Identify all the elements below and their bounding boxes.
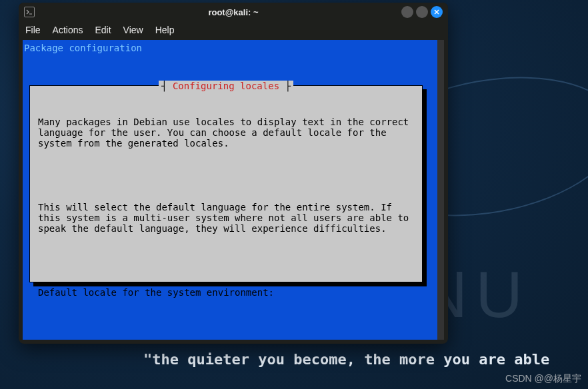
menu-view[interactable]: View xyxy=(123,25,143,35)
terminal-app-icon xyxy=(24,7,35,17)
csdn-watermark: CSDN @@杨星宇 xyxy=(505,373,581,385)
menubar: File Actions Edit View Help xyxy=(19,21,448,39)
dialog-title: Configuring locales xyxy=(173,81,279,91)
dialog-prompt: Default locale for the system environmen… xyxy=(38,287,414,298)
dialog-title-row: ┤ Configuring locales ├ xyxy=(30,81,422,91)
dialog-body: Many packages in Debian use locales to d… xyxy=(30,86,422,344)
dialog-paragraph-2: This will select the default language fo… xyxy=(38,202,414,234)
window-titlebar[interactable]: root@kali: ~ xyxy=(19,3,448,21)
scrollbar[interactable] xyxy=(437,40,444,340)
minimize-button[interactable] xyxy=(401,6,413,18)
menu-file[interactable]: File xyxy=(25,25,41,35)
config-dialog: ┤ Configuring locales ├ Many packages in… xyxy=(29,85,423,282)
menu-actions[interactable]: Actions xyxy=(53,25,83,35)
window-controls xyxy=(401,6,443,18)
title-frame-right: ├ xyxy=(279,81,291,91)
locale-option-list: None C.UTF-8 zh_CN.UTF-8 xyxy=(38,339,414,344)
menu-help[interactable]: Help xyxy=(155,25,175,35)
close-button[interactable] xyxy=(431,6,443,18)
menu-edit[interactable]: Edit xyxy=(95,25,111,35)
package-config-header: Package configuration xyxy=(23,40,444,56)
terminal-window: root@kali: ~ File Actions Edit View Help… xyxy=(19,3,448,344)
dialog-paragraph-1: Many packages in Debian use locales to d… xyxy=(38,117,414,149)
terminal-content[interactable]: Package configuration ┤ Configuring loca… xyxy=(23,40,444,340)
title-frame-left: ┤ xyxy=(161,81,173,91)
window-title: root@kali: ~ xyxy=(19,7,448,17)
bg-tagline: "the quieter you become, the more you ar… xyxy=(143,351,588,368)
maximize-button[interactable] xyxy=(416,6,428,18)
